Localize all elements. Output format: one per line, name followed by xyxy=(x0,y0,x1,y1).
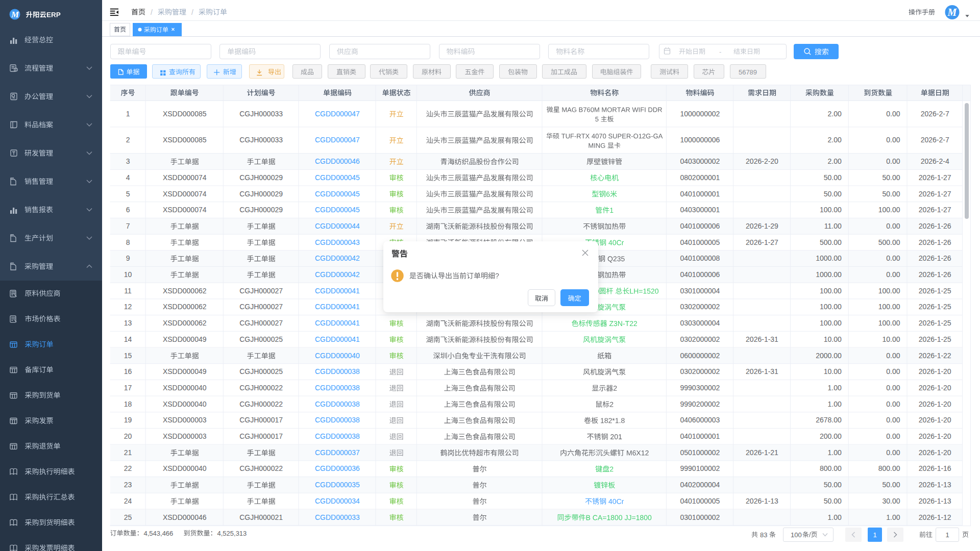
svg-text:4,543,466: 4,543,466 xyxy=(144,530,174,537)
svg-text:4,525,313: 4,525,313 xyxy=(217,530,247,537)
svg-text:83: 83 xyxy=(760,531,767,539)
